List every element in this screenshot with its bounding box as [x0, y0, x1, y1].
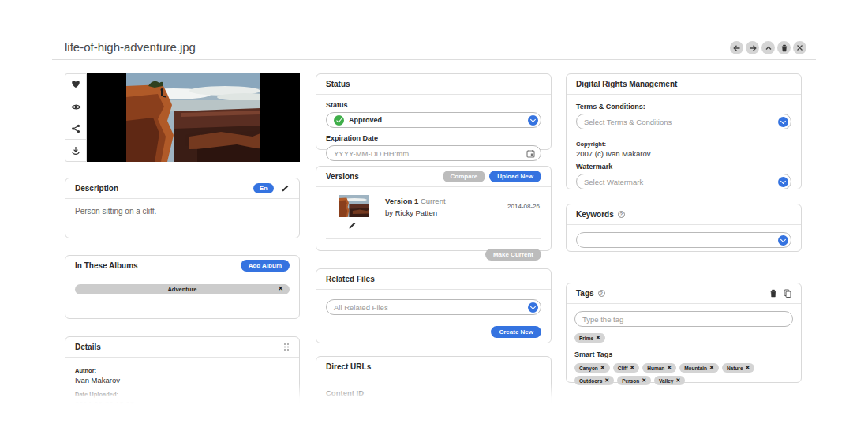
keywords-select[interactable] — [576, 232, 791, 248]
chevron-down-icon[interactable] — [528, 302, 538, 313]
tag-label: Prime — [579, 336, 593, 341]
remove-tag-icon[interactable]: ✕ — [667, 365, 672, 371]
download-button[interactable] — [65, 140, 86, 161]
remove-tag-icon[interactable]: ✕ — [604, 377, 609, 384]
smart-tags-label: Smart Tags — [574, 351, 793, 358]
upload-new-button[interactable]: Upload New — [489, 171, 541, 182]
version-name: Version 1 — [385, 197, 418, 205]
expiration-field[interactable] — [326, 145, 541, 161]
smart-tag-chip: Cliff✕ — [613, 363, 640, 373]
asset-preview[interactable] — [87, 73, 300, 162]
remove-tag-icon[interactable]: ✕ — [642, 377, 646, 384]
language-badge[interactable]: En — [253, 183, 274, 193]
direct-urls-title: Direct URLs — [326, 362, 371, 371]
tag-input-field[interactable] — [574, 311, 793, 327]
version-info: Version 1 Current by Ricky Patten — [385, 195, 446, 219]
expiration-input[interactable] — [334, 149, 526, 158]
album-chip: Adventure ✕ — [75, 284, 290, 294]
tag-label: Outdoors — [579, 378, 602, 384]
make-current-button[interactable]: Make Current — [485, 249, 541, 261]
trash-icon — [780, 44, 788, 52]
drag-handle-icon[interactable] — [283, 343, 290, 351]
collapse-button[interactable] — [761, 41, 775, 54]
download-icon — [71, 146, 80, 156]
create-new-button[interactable]: Create New — [491, 326, 541, 338]
terms-label: Terms & Conditions: — [576, 103, 791, 111]
related-files-placeholder: All Related Files — [334, 303, 388, 312]
remove-tag-icon[interactable]: ✕ — [630, 365, 634, 371]
chevron-down-icon[interactable] — [778, 235, 788, 246]
remove-tag-icon[interactable]: ✕ — [746, 365, 750, 371]
share-icon — [71, 124, 80, 133]
versions-panel: Versions Compare Upload New — [316, 166, 552, 251]
chevron-down-icon[interactable] — [778, 117, 788, 127]
tag-label: Cliff — [618, 366, 628, 371]
edit-version-icon[interactable] — [348, 221, 357, 230]
tag-input[interactable] — [582, 315, 787, 324]
remove-album-icon[interactable]: ✕ — [278, 285, 283, 292]
smart-tag-chip: Outdoors✕ — [574, 376, 614, 385]
header-nav — [730, 41, 806, 54]
smart-tag-chip: Valley✕ — [654, 376, 685, 385]
chevron-down-icon[interactable] — [778, 177, 788, 187]
calendar-icon[interactable] — [526, 149, 535, 158]
version-thumbnail — [339, 195, 369, 217]
related-files-select[interactable]: All Related Files — [326, 299, 541, 315]
add-album-button[interactable]: Add Album — [241, 260, 290, 272]
status-field-label: Status — [326, 101, 541, 109]
close-button[interactable] — [793, 41, 806, 54]
delete-button[interactable] — [777, 41, 791, 54]
close-icon — [796, 44, 803, 51]
delete-tags-icon[interactable] — [769, 289, 777, 298]
edit-icon[interactable] — [281, 184, 290, 193]
related-files-panel: Related Files All Related Files Create N… — [316, 268, 552, 343]
preview-button[interactable] — [65, 96, 86, 118]
tags-title: Tags — [576, 289, 594, 298]
album-name: Adventure — [167, 286, 196, 293]
help-icon[interactable]: ? — [598, 290, 605, 297]
help-icon[interactable]: ? — [618, 211, 625, 218]
smart-tag-chip: Person✕ — [617, 376, 651, 385]
favorite-button[interactable] — [65, 74, 86, 96]
smart-tag-chip: Mountain✕ — [679, 363, 719, 373]
details-panel: Details Author: Ivan Makarov Date Upload… — [65, 336, 300, 423]
terms-select[interactable]: Select Terms & Conditions — [576, 114, 791, 129]
back-button[interactable] — [730, 41, 743, 54]
preview-toolbar — [65, 73, 87, 162]
status-select[interactable]: Approved — [326, 112, 541, 128]
drm-panel: Digital Rights Management Terms & Condit… — [566, 73, 802, 189]
watermark-label: Watermark — [576, 163, 791, 171]
remove-tag-icon[interactable]: ✕ — [596, 335, 600, 341]
albums-title: In These Albums — [75, 261, 138, 270]
copy-tags-icon[interactable] — [784, 289, 791, 298]
eye-icon — [71, 103, 81, 111]
chevron-down-icon[interactable] — [528, 115, 538, 126]
tag-chip: Prime ✕ — [574, 333, 605, 343]
canyon-photo — [126, 73, 260, 162]
remove-tag-icon[interactable]: ✕ — [675, 377, 680, 384]
chevron-up-icon — [765, 44, 773, 52]
approved-check-icon — [334, 115, 344, 126]
version-date: 2014-08-26 — [507, 203, 540, 210]
versions-title: Versions — [326, 172, 359, 181]
tag-label: Person — [622, 378, 639, 384]
tag-label: Nature — [727, 366, 743, 371]
drm-title: Digital Rights Management — [576, 80, 677, 88]
related-files-title: Related Files — [326, 275, 375, 283]
description-text: Person sitting on a cliff. — [65, 199, 299, 223]
arrow-right-icon — [749, 44, 757, 52]
forward-button[interactable] — [746, 41, 759, 54]
share-button[interactable] — [65, 118, 86, 141]
remove-tag-icon[interactable]: ✕ — [600, 365, 605, 371]
compare-button[interactable]: Compare — [443, 171, 486, 182]
author-value: Ivan Makarov — [75, 376, 290, 384]
details-title: Details — [75, 343, 101, 351]
arrow-left-icon — [733, 44, 741, 52]
status-panel-title: Status — [326, 80, 350, 88]
tag-label: Valley — [659, 378, 673, 384]
remove-tag-icon[interactable]: ✕ — [709, 365, 714, 371]
watermark-select[interactable]: Select Watermark — [576, 174, 791, 189]
versions-divider — [326, 238, 541, 239]
direct-urls-panel: Direct URLs Content ID — [316, 356, 552, 423]
status-value: Approved — [349, 116, 382, 124]
